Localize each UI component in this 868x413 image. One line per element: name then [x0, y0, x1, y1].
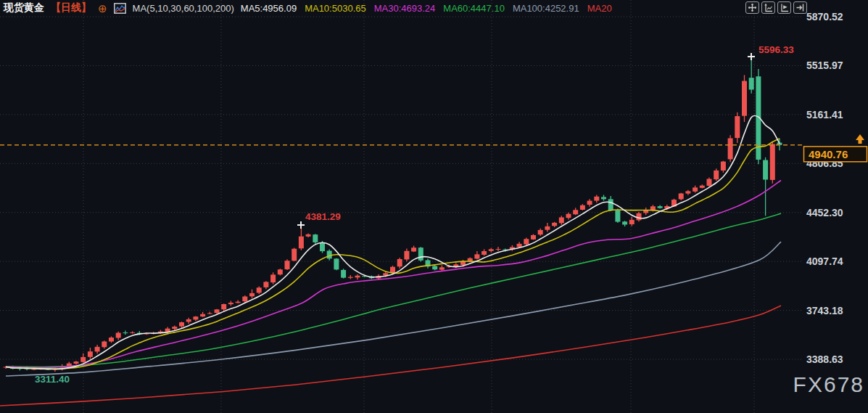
axis-label: 5515.97	[806, 60, 843, 71]
chart-flag-icon	[780, 3, 789, 12]
svg-text:5596.33: 5596.33	[759, 44, 794, 55]
current-price-value: 4940.76	[809, 148, 848, 160]
chart-flag-button[interactable]	[777, 1, 791, 14]
exit-right-button[interactable]	[793, 1, 807, 14]
ma-legend-item-ma30: MA30:4693.24	[374, 3, 436, 14]
exit-right-icon	[795, 3, 805, 12]
axis-label: 4452.30	[806, 207, 843, 218]
chart-axis-button[interactable]	[761, 1, 775, 14]
crosshair-icon	[748, 3, 757, 12]
ma-group-label: MA(5,10,30,60,100,200)	[133, 3, 234, 14]
svg-text:4381.29: 4381.29	[305, 211, 341, 222]
axis-label: 3388.63	[806, 353, 843, 365]
ma-legend-item-ma10: MA10:5030.65	[305, 3, 366, 14]
candlestick-chart[interactable]: 5596.334381.293311.405870.525515.975161.…	[0, 0, 868, 413]
ma-legend-item-ma100: MA100:4252.91	[513, 3, 579, 14]
chart-header: 现货黄金 【日线】 ⊕ MA(5,10,30,60,100,200) MA5:4…	[0, 0, 612, 16]
crosshair-button[interactable]	[745, 1, 759, 14]
indicator-chart-icon[interactable]	[114, 3, 126, 14]
ma-legend: MA5:4956.09MA10:5030.65MA30:4693.24MA60:…	[241, 3, 612, 14]
chart-axis-icon	[764, 3, 773, 12]
expand-icon[interactable]: ⊕	[98, 3, 107, 14]
ma-legend-item-ma60: MA60:4447.10	[443, 3, 505, 14]
svg-text:3311.40: 3311.40	[35, 374, 70, 385]
axis-label: 4097.74	[806, 255, 843, 267]
axis-label: 5161.41	[806, 109, 843, 120]
ma-legend-item-ma5: MA5:4956.09	[241, 3, 297, 14]
axis-label: 5870.52	[806, 11, 843, 23]
symbol-name: 现货黄金	[4, 1, 44, 15]
axis-label: 3743.18	[806, 305, 843, 316]
ma-legend-item-ma200: MA20	[587, 3, 612, 14]
chart-toolbar	[745, 1, 807, 14]
watermark: FX678	[793, 372, 864, 397]
period-label[interactable]: 【日线】	[51, 1, 91, 15]
